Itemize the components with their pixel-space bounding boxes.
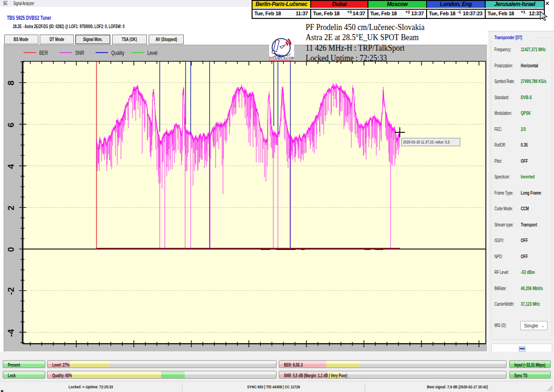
svg-text:SATCS.COM: SATCS.COM <box>275 56 295 60</box>
svg-text:DX: DX <box>269 56 274 60</box>
